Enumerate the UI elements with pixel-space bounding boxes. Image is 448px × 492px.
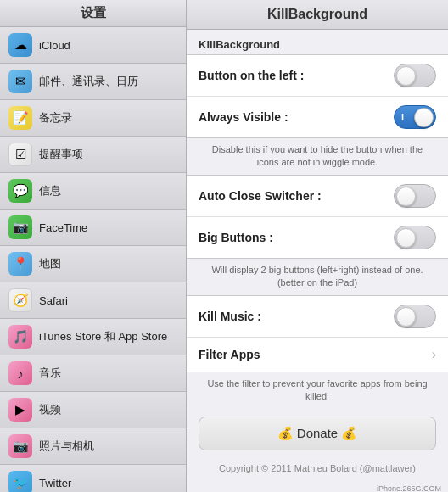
always-visible-row: Always Visible : I [187, 97, 448, 137]
video-icon: ▶ [8, 398, 32, 422]
sidebar-item-maps[interactable]: 📍 地图 [0, 246, 186, 282]
reminders-label: 提醒事项 [39, 147, 83, 162]
messages-label: 信息 [39, 183, 61, 198]
kill-music-label: Kill Music : [199, 310, 261, 323]
sidebar-item-music[interactable]: ♪ 音乐 [0, 355, 186, 392]
sidebar-item-notes[interactable]: 📝 备忘录 [0, 100, 186, 137]
sidebar-item-itunes[interactable]: 🎵 iTunes Store 和 App Store [0, 319, 186, 355]
always-visible-label: Always Visible : [199, 110, 288, 124]
mail-icon: ✉ [8, 70, 32, 93]
sidebar-header: 设置 [0, 0, 186, 27]
notes-icon: 📝 [8, 106, 32, 130]
toggle-knob [396, 307, 416, 327]
sidebar-item-safari[interactable]: 🧭 Safari [0, 282, 186, 319]
hint-text-3: Use the filter to prevent your favorite … [187, 372, 448, 409]
button-on-left-toggle[interactable] [394, 64, 436, 87]
photos-icon: 📷 [8, 434, 32, 458]
big-buttons-label: Big Buttons : [199, 231, 273, 244]
button-on-left-label: Button on the left : [199, 69, 304, 82]
maps-icon: 📍 [8, 252, 32, 276]
filter-apps-row[interactable]: Filter Apps › [187, 338, 448, 372]
maps-label: 地图 [39, 256, 61, 271]
settings-group-2: Auto Close Switcher : Big Buttons : [187, 175, 448, 259]
itunes-icon: 🎵 [8, 325, 32, 349]
sidebar-item-photos[interactable]: 📷 照片与相机 [0, 428, 186, 465]
watermark-url: iPhone.265G.COM [193, 484, 441, 492]
sidebar-item-messages[interactable]: 💬 信息 [0, 173, 186, 210]
twitter-icon: 🐦 [8, 471, 32, 492]
auto-close-label: Auto Close Switcher : [199, 189, 322, 203]
watermark: iPhone.265G.COM G iPhone频道 [187, 481, 448, 492]
photos-label: 照片与相机 [39, 439, 94, 454]
toggle-on-label: I [401, 112, 404, 122]
kill-music-toggle[interactable] [394, 305, 436, 328]
always-visible-toggle[interactable]: I [394, 105, 436, 129]
video-label: 视频 [39, 402, 61, 417]
sidebar-item-icloud[interactable]: ☁ iCloud [0, 27, 186, 64]
kill-music-row: Kill Music : [187, 296, 448, 338]
filter-apps-label: Filter Apps [199, 348, 260, 361]
twitter-label: Twitter [39, 477, 71, 489]
sidebar-item-mail[interactable]: ✉ 邮件、通讯录、日历 [0, 64, 186, 100]
toggle-knob [396, 187, 416, 206]
auto-close-row: Auto Close Switcher : [187, 176, 448, 217]
icloud-icon: ☁ [8, 33, 32, 57]
mail-label: 邮件、通讯录、日历 [39, 74, 138, 89]
facetime-label: FaceTime [39, 221, 87, 234]
copyright-text: Copyright © 2011 Mathieu Bolard (@mattla… [187, 459, 448, 480]
toggle-knob [396, 66, 416, 86]
facetime-icon: 📷 [8, 215, 32, 239]
toggle-knob [414, 108, 434, 127]
music-icon: ♪ [8, 361, 32, 385]
hint-text-1: Disable this if you want to hide the but… [187, 138, 448, 175]
sidebar-item-facetime[interactable]: 📷 FaceTime [0, 210, 186, 246]
icloud-label: iCloud [39, 39, 70, 52]
sidebar-item-video[interactable]: ▶ 视频 [0, 392, 186, 428]
section-title: KillBackground [187, 30, 448, 54]
auto-close-toggle[interactable] [394, 184, 436, 208]
notes-label: 备忘录 [39, 110, 72, 126]
toggle-knob [396, 228, 416, 248]
main-content: KillBackground KillBackground Button on … [187, 0, 448, 492]
chevron-icon: › [432, 347, 436, 362]
sidebar: 设置 ☁ iCloud ✉ 邮件、通讯录、日历 📝 备忘录 ☑ 提醒事项 💬 信… [0, 0, 187, 492]
music-label: 音乐 [39, 366, 61, 381]
safari-label: Safari [39, 294, 68, 307]
main-header: KillBackground [187, 0, 448, 30]
big-buttons-row: Big Buttons : [187, 217, 448, 258]
button-on-left-row: Button on the left : [187, 55, 448, 97]
settings-group-1: Button on the left : Always Visible : I [187, 54, 448, 138]
settings-group-3: Kill Music : Filter Apps › [187, 295, 448, 372]
big-buttons-toggle[interactable] [394, 226, 436, 249]
donate-button[interactable]: 💰 Donate 💰 [199, 417, 436, 450]
messages-icon: 💬 [8, 179, 32, 203]
itunes-label: iTunes Store 和 App Store [39, 329, 167, 344]
sidebar-item-twitter[interactable]: 🐦 Twitter [0, 465, 186, 492]
sidebar-item-reminders[interactable]: ☑ 提醒事项 [0, 137, 186, 173]
hint-text-2: Will display 2 big buttons (left+right) … [187, 259, 448, 295]
safari-icon: 🧭 [8, 288, 32, 312]
reminders-icon: ☑ [8, 143, 32, 166]
